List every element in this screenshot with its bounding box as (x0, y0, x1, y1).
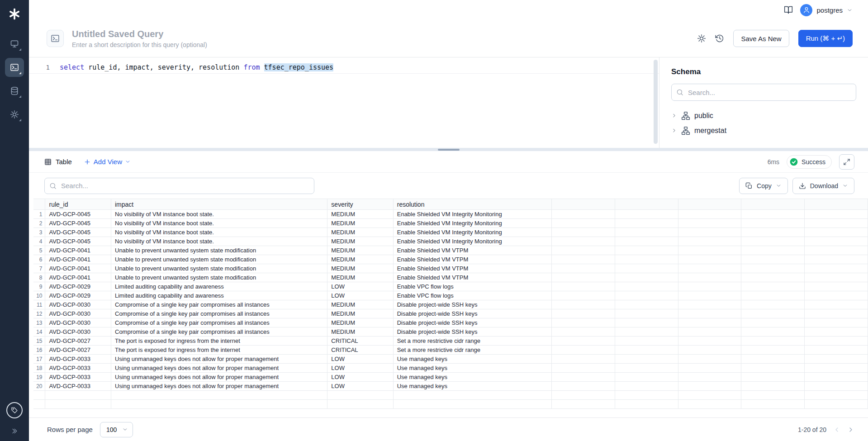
row-number: 7 (33, 264, 45, 273)
chevron-right-icon[interactable] (671, 113, 677, 119)
cell: AVD-GCP-0029 (45, 291, 111, 300)
cell-empty (551, 309, 615, 318)
docs-button[interactable] (784, 5, 793, 14)
table-row[interactable]: 6AVD-GCP-0041Unable to prevent unwanted … (33, 255, 868, 264)
results-search-row: Copy Download (29, 173, 868, 199)
cell-empty (551, 300, 615, 309)
rows-per-page-select[interactable]: 100 (100, 422, 133, 437)
row-number: 15 (33, 337, 45, 346)
table-row[interactable]: 12AVD-GCP-0030Compromise of a single key… (33, 309, 868, 318)
schema-tree-item-mergestat[interactable]: mergestat (671, 123, 856, 138)
cell-empty (805, 355, 868, 364)
tab-table-view[interactable]: Table (44, 158, 72, 166)
column-header-empty (678, 199, 741, 210)
panel-resize-handle[interactable] (29, 148, 868, 151)
table-row[interactable]: 17AVD-GCP-0033Using unmanaged keys does … (33, 355, 868, 364)
cell: Using unmanaged keys does not allow for … (111, 373, 327, 382)
cell: Unable to prevent unwanted system state … (111, 264, 327, 273)
resize-grip (438, 149, 460, 151)
sidebar-item-queries[interactable] (5, 58, 24, 77)
sidebar-item-repos[interactable] (5, 34, 24, 53)
download-button[interactable]: Download (792, 178, 854, 194)
cell: AVD-GCP-0027 (45, 337, 111, 346)
row-number: 10 (33, 291, 45, 300)
avatar (800, 4, 812, 16)
cell: Use managed keys (393, 373, 551, 382)
sidebar-item-data[interactable] (5, 81, 24, 100)
cell-empty (741, 246, 805, 255)
cell: AVD-GCP-0030 (45, 300, 111, 309)
cell: LOW (327, 355, 393, 364)
tag-icon (11, 407, 18, 414)
query-title-input[interactable] (72, 29, 289, 39)
cell: CRITICAL (327, 346, 393, 355)
cell-empty (615, 318, 678, 327)
cell-empty (741, 237, 805, 246)
cell-empty (678, 309, 741, 318)
schema-tree-item-public[interactable]: public (671, 108, 856, 123)
table-row[interactable]: 2AVD-GCP-0045No visibility of VM instanc… (33, 219, 868, 228)
cell: Unable to prevent unwanted system state … (111, 255, 327, 264)
editor-scrollbar[interactable] (654, 60, 658, 144)
save-as-new-button[interactable]: Save As New (733, 30, 789, 47)
mergestat-logo[interactable] (6, 5, 23, 23)
sql-token-plain (260, 63, 264, 71)
cell-empty (551, 364, 615, 373)
run-query-button[interactable]: Run (⌘ + ↵) (798, 30, 853, 47)
account-menu[interactable]: postgres (800, 4, 853, 16)
table-row[interactable]: 13AVD-GCP-0030Compromise of a single key… (33, 318, 868, 327)
query-settings-button[interactable] (697, 34, 706, 43)
cell-empty (678, 237, 741, 246)
main: postgres (29, 0, 868, 441)
copy-button[interactable]: Copy (739, 178, 788, 194)
add-view-button[interactable]: Add View (84, 158, 131, 166)
table-row[interactable]: 1AVD-GCP-0045No visibility of VM instanc… (33, 210, 868, 219)
cell-empty (551, 355, 615, 364)
sidebar (0, 0, 29, 441)
table-row[interactable]: 10AVD-GCP-0029Limited auditing capabilit… (33, 291, 868, 300)
schema-search-input[interactable] (671, 84, 856, 101)
table-row[interactable]: 7AVD-GCP-0041Unable to prevent unwanted … (33, 264, 868, 273)
cell: LOW (327, 364, 393, 373)
results-search-input[interactable] (44, 178, 314, 194)
cell-empty (615, 300, 678, 309)
table-row[interactable]: 11AVD-GCP-0030Compromise of a single key… (33, 300, 868, 309)
table-row[interactable]: 3AVD-GCP-0045No visibility of VM instanc… (33, 228, 868, 237)
cell-empty (805, 255, 868, 264)
cell-empty (678, 318, 741, 327)
query-description-input[interactable] (72, 41, 289, 48)
cell-empty (805, 309, 868, 318)
query-history-button[interactable] (715, 34, 724, 43)
table-row[interactable]: 14AVD-GCP-0030Compromise of a single key… (33, 327, 868, 337)
table-row[interactable]: 16AVD-GCP-0027The port is exposed for in… (33, 346, 868, 355)
sql-line: 1 select rule_id, impact, severity, reso… (29, 62, 659, 74)
chevron-right-icon[interactable] (671, 128, 677, 133)
cell-empty (805, 273, 868, 282)
cell-empty (678, 219, 741, 228)
copy-label: Copy (757, 182, 772, 190)
cell-empty (678, 291, 741, 300)
table-row[interactable]: 9AVD-GCP-0029Limited auditing capability… (33, 282, 868, 291)
gear-icon (10, 110, 19, 119)
cell: Using unmanaged keys does not allow for … (111, 355, 327, 364)
sql-editor[interactable]: 1 select rule_id, impact, severity, reso… (29, 57, 659, 148)
table-row[interactable]: 8AVD-GCP-0041Unable to prevent unwanted … (33, 273, 868, 282)
account-name: postgres (816, 6, 843, 14)
sidebar-expand-button[interactable] (11, 427, 18, 435)
table-row[interactable]: 19AVD-GCP-0033Using unmanaged keys does … (33, 373, 868, 382)
table-row[interactable]: 18AVD-GCP-0033Using unmanaged keys does … (33, 364, 868, 373)
next-page-button[interactable] (847, 426, 854, 433)
table-row[interactable]: 15AVD-GCP-0027The port is exposed for in… (33, 337, 868, 346)
sidebar-item-settings[interactable] (5, 105, 24, 124)
table-row[interactable]: 4AVD-GCP-0045No visibility of VM instanc… (33, 237, 868, 246)
cell-empty (678, 210, 741, 219)
cell: Enable Shielded VM Integrity Monitoring (393, 210, 551, 219)
table-row-empty (33, 400, 868, 409)
previous-page-button[interactable] (833, 426, 840, 433)
table-row[interactable]: 5AVD-GCP-0041Unable to prevent unwanted … (33, 246, 868, 255)
fullscreen-results-button[interactable] (839, 154, 854, 170)
user-icon (803, 6, 810, 14)
version-tag-button[interactable] (6, 402, 23, 418)
table-row[interactable]: 20AVD-GCP-0033Using unmanaged keys does … (33, 382, 868, 391)
cell: Disable project-wide SSH keys (393, 318, 551, 327)
